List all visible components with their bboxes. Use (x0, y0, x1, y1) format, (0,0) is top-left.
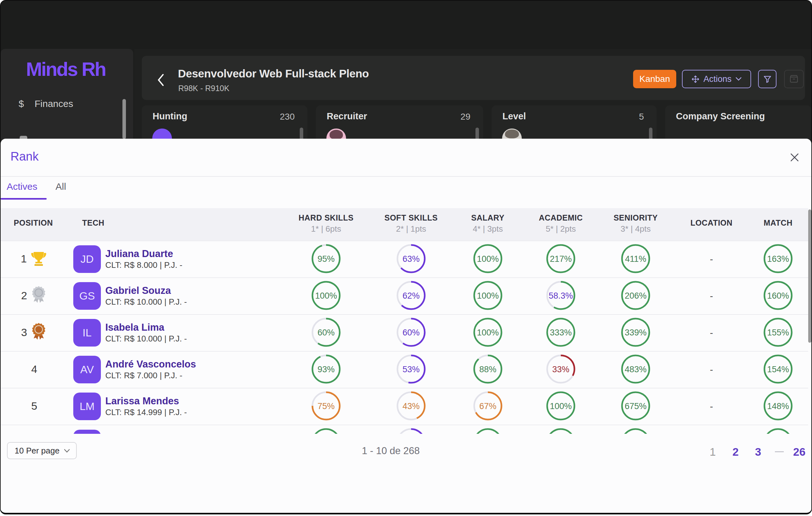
svg-text:62%: 62% (403, 291, 419, 301)
svg-text:483%: 483% (625, 364, 646, 374)
svg-text:100%: 100% (477, 291, 499, 301)
svg-text:100%: 100% (550, 402, 572, 411)
svg-text:217%: 217% (550, 254, 572, 264)
svg-text:675%: 675% (625, 402, 646, 411)
svg-text:411%: 411% (625, 254, 646, 264)
svg-text:148%: 148% (767, 402, 789, 411)
svg-text:333%: 333% (550, 328, 572, 337)
svg-text:33%: 33% (552, 364, 569, 374)
svg-text:43%: 43% (403, 402, 419, 411)
svg-text:60%: 60% (318, 328, 335, 337)
svg-text:75%: 75% (318, 402, 335, 411)
svg-text:206%: 206% (625, 291, 646, 301)
svg-text:53%: 53% (403, 364, 419, 374)
svg-text:160%: 160% (767, 291, 789, 301)
svg-text:154%: 154% (767, 364, 789, 374)
svg-text:63%: 63% (403, 254, 419, 264)
svg-text:100%: 100% (315, 291, 337, 301)
svg-text:88%: 88% (479, 364, 496, 374)
svg-text:93%: 93% (318, 364, 335, 374)
svg-text:100%: 100% (477, 328, 499, 337)
svg-text:58.3%: 58.3% (549, 291, 573, 301)
svg-text:339%: 339% (625, 328, 646, 337)
svg-text:163%: 163% (767, 254, 789, 264)
svg-text:60%: 60% (403, 328, 419, 337)
svg-text:155%: 155% (767, 328, 789, 337)
svg-text:67%: 67% (479, 402, 496, 411)
svg-text:100%: 100% (477, 254, 499, 264)
svg-text:95%: 95% (318, 254, 335, 264)
